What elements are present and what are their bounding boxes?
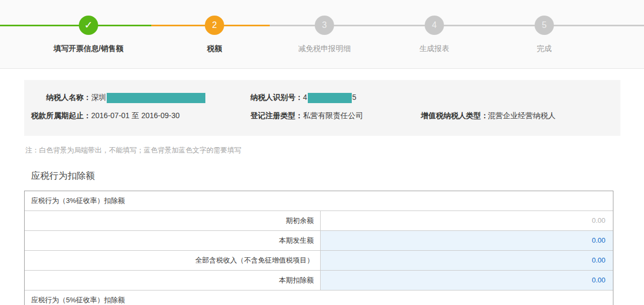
tax-period-field: 税款所属期起止：2016-07-01 至 2016-09-30 bbox=[24, 111, 244, 121]
taxpayer-id-value-suffix: 5 bbox=[352, 93, 357, 101]
tax-period-label: 税款所属期起止： bbox=[24, 111, 91, 121]
step-1-fill-invoice-info[interactable]: ✓ 填写开票信息/销售额 bbox=[29, 16, 147, 54]
taxpayer-name-label: 纳税人名称： bbox=[24, 93, 91, 103]
table-row-current-period-amount: 本期发生额 0.00 bbox=[25, 231, 613, 251]
taxpayer-id-label: 纳税人识别号： bbox=[244, 93, 303, 103]
table-group-header-5pct: 应税行为（5%征收率）扣除额 bbox=[25, 291, 613, 305]
taxpayer-name-field: 纳税人名称：深圳 bbox=[24, 93, 244, 103]
step-5-number: 5 bbox=[535, 16, 554, 35]
taxpayer-name-value: 深圳 bbox=[91, 93, 106, 101]
vat-taxpayer-type-value: 混营企业经营纳税人 bbox=[488, 111, 556, 120]
step-2-tax-amount[interactable]: 2 税额 bbox=[156, 16, 273, 54]
step-3-number: 3 bbox=[315, 16, 334, 35]
step-1-label: 填写开票信息/销售额 bbox=[29, 44, 147, 54]
row-label: 全部含税收入（不含免征增值税项目） bbox=[25, 251, 321, 270]
step-2-label: 税额 bbox=[156, 44, 273, 54]
fill-instructions-note: 注：白色背景为局端带出，不能填写；蓝色背景加蓝色文字的需要填写 bbox=[25, 146, 644, 155]
wizard-stepper: ✓ 填写开票信息/销售额 2 税额 3 减免税申报明细 4 生成报表 5 完成 bbox=[0, 0, 644, 69]
taxpayer-info-row-1: 纳税人名称：深圳 纳税人识别号：45 bbox=[24, 91, 620, 105]
taxpayer-id-value-prefix: 4 bbox=[303, 93, 307, 101]
registration-type-field: 登记注册类型：私营有限责任公司 bbox=[244, 111, 421, 121]
registration-type-value: 私营有限责任公司 bbox=[303, 111, 363, 120]
step-3-tax-reduction-detail: 3 减免税申报明细 bbox=[265, 16, 383, 54]
table-row-opening-balance: 期初余额 0.00 bbox=[25, 211, 613, 231]
taxpayer-info-panel: 纳税人名称：深圳 纳税人识别号：45 税款所属期起止：2016-07-01 至 … bbox=[24, 80, 620, 136]
table-row-current-deduction: 本期扣除额 0.00 bbox=[25, 271, 613, 291]
registration-type-label: 登记注册类型： bbox=[244, 111, 303, 121]
step-4-number: 4 bbox=[425, 16, 444, 35]
vat-taxpayer-type-label: 增值税纳税人类型： bbox=[421, 111, 488, 121]
redaction-bar bbox=[107, 93, 205, 103]
current-deduction-input[interactable]: 0.00 bbox=[321, 271, 613, 290]
taxpayer-id-field: 纳税人识别号：45 bbox=[244, 93, 421, 103]
row-label: 本期扣除额 bbox=[25, 271, 321, 290]
step-5-complete: 5 完成 bbox=[485, 16, 603, 54]
taxpayer-info-row-2: 税款所属期起止：2016-07-01 至 2016-09-30 登记注册类型：私… bbox=[24, 109, 620, 123]
vat-taxpayer-type-field: 增值税纳税人类型：混营企业经营纳税人 bbox=[421, 111, 620, 121]
tax-period-value: 2016-07-01 至 2016-09-30 bbox=[91, 111, 180, 120]
table-row-total-taxable-income: 全部含税收入（不含免征增值税项目） 0.00 bbox=[25, 251, 613, 271]
total-taxable-income-input[interactable]: 0.00 bbox=[321, 251, 613, 270]
check-icon: ✓ bbox=[79, 16, 98, 35]
step-5-label: 完成 bbox=[485, 44, 603, 54]
step-3-label: 减免税申报明细 bbox=[265, 44, 383, 54]
group-header-label: 应税行为（3%征收率）扣除额 bbox=[25, 191, 613, 210]
redaction-bar bbox=[308, 93, 352, 103]
deduction-table: 应税行为（3%征收率）扣除额 期初余额 0.00 本期发生额 0.00 全部含税… bbox=[24, 191, 613, 305]
table-group-header-3pct: 应税行为（3%征收率）扣除额 bbox=[25, 191, 613, 211]
row-label: 本期发生额 bbox=[25, 231, 321, 250]
group-header-label: 应税行为（5%征收率）扣除额 bbox=[25, 291, 613, 305]
opening-balance-value: 0.00 bbox=[321, 211, 613, 230]
step-2-number: 2 bbox=[205, 16, 224, 35]
step-4-label: 生成报表 bbox=[375, 44, 493, 54]
step-4-generate-report: 4 生成报表 bbox=[375, 16, 493, 54]
section-title-deduction: 应税行为扣除额 bbox=[31, 170, 644, 182]
row-label: 期初余额 bbox=[25, 211, 321, 230]
current-period-amount-input[interactable]: 0.00 bbox=[321, 231, 613, 250]
